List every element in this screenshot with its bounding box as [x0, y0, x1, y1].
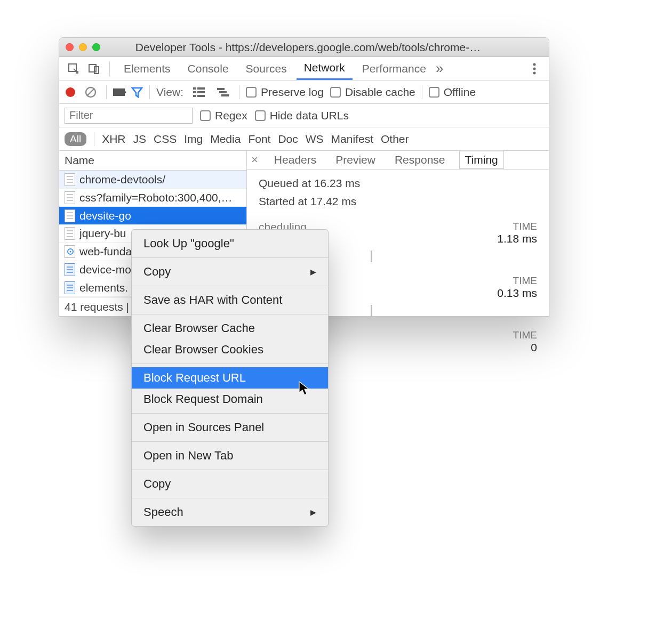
filter-bar: Regex Hide data URLs: [59, 104, 549, 127]
capture-screenshots-icon[interactable]: [113, 88, 125, 96]
window-title: Developer Tools - https://developers.goo…: [106, 41, 542, 54]
regex-checkbox[interactable]: Regex: [200, 109, 247, 122]
context-menu: Look Up "google" Copy Save as HAR with C…: [131, 229, 329, 527]
svg-rect-1: [89, 64, 96, 72]
traffic-lights: [66, 43, 100, 51]
doc-icon: [65, 227, 75, 240]
request-row[interactable]: chrome-devtools/: [59, 171, 246, 189]
separator: [132, 413, 328, 414]
separator: [94, 132, 94, 146]
detail-tab-response[interactable]: Response: [389, 151, 451, 168]
image-icon: [65, 281, 75, 294]
tab-performance[interactable]: Performance: [355, 57, 434, 80]
svg-point-18: [70, 251, 71, 253]
type-ws[interactable]: WS: [306, 133, 324, 146]
separator: [132, 257, 328, 258]
svg-point-5: [533, 71, 536, 74]
type-media[interactable]: Media: [210, 133, 241, 146]
doc-icon: [65, 173, 75, 186]
detail-tabs: × Headers Preview Response Timing: [247, 151, 549, 169]
separator: [239, 85, 239, 99]
disable-cache-checkbox[interactable]: Disable cache: [330, 86, 415, 99]
close-detail-icon[interactable]: ×: [251, 153, 258, 167]
detail-tab-headers[interactable]: Headers: [269, 151, 322, 168]
separator: [422, 85, 422, 99]
network-toolbar: View: Preserve log Disable cache Offline: [59, 80, 549, 104]
hide-data-urls-checkbox[interactable]: Hide data URLs: [255, 109, 349, 122]
separator: [109, 61, 110, 76]
ctx-copy-submenu[interactable]: Copy: [132, 261, 328, 282]
record-button[interactable]: [66, 87, 75, 97]
separator: [149, 85, 150, 99]
separator: [132, 364, 328, 364]
offline-checkbox[interactable]: Offline: [429, 86, 476, 99]
doc-icon: [65, 209, 75, 222]
inspect-element-icon[interactable]: [65, 60, 83, 78]
gear-icon: [65, 245, 75, 258]
zoom-window-button[interactable]: [92, 43, 100, 51]
ctx-save-har[interactable]: Save as HAR with Content: [132, 289, 328, 311]
waterfall-overview-icon[interactable]: [214, 83, 233, 101]
preserve-log-checkbox[interactable]: Preserve log: [246, 86, 324, 99]
more-tabs-icon[interactable]: »: [436, 60, 443, 77]
filter-input[interactable]: [65, 108, 193, 124]
svg-rect-16: [221, 94, 229, 96]
separator: [106, 85, 107, 99]
type-manifest[interactable]: Manifest: [331, 133, 373, 146]
type-css[interactable]: CSS: [154, 133, 177, 146]
minimize-window-button[interactable]: [79, 43, 87, 51]
svg-rect-10: [193, 91, 196, 93]
queued-at: Queued at 16.23 ms: [259, 177, 537, 190]
ctx-clear-cookies[interactable]: Clear Browser Cookies: [132, 339, 328, 360]
ctx-lookup[interactable]: Look Up "google": [132, 233, 328, 254]
type-xhr[interactable]: XHR: [102, 133, 125, 146]
svg-point-3: [533, 63, 536, 66]
svg-rect-15: [219, 91, 227, 93]
tab-elements[interactable]: Elements: [116, 57, 178, 80]
large-rows-icon[interactable]: [190, 83, 208, 101]
request-row-selected[interactable]: devsite-go: [59, 207, 246, 225]
svg-rect-8: [193, 87, 196, 90]
detail-tab-preview[interactable]: Preview: [330, 151, 381, 168]
separator: [132, 441, 328, 442]
cursor-icon: [299, 381, 310, 396]
type-other[interactable]: Other: [381, 133, 409, 146]
type-font[interactable]: Font: [248, 133, 270, 146]
ctx-speech-submenu[interactable]: Speech: [132, 502, 328, 523]
doc-icon: [65, 191, 75, 204]
type-img[interactable]: Img: [184, 133, 203, 146]
svg-rect-13: [197, 95, 205, 97]
svg-line-7: [87, 88, 94, 96]
separator: [132, 498, 328, 498]
filter-toggle-icon[interactable]: [131, 86, 143, 98]
detail-tab-timing[interactable]: Timing: [459, 151, 504, 169]
request-row[interactable]: css?family=Roboto:300,400,…: [59, 189, 246, 207]
tab-console[interactable]: Console: [180, 57, 236, 80]
ctx-clear-cache[interactable]: Clear Browser Cache: [132, 318, 328, 339]
tab-sources[interactable]: Sources: [238, 57, 294, 80]
image-icon: [65, 263, 75, 276]
type-all[interactable]: All: [65, 132, 86, 146]
separator: [132, 286, 328, 286]
ctx-open-sources[interactable]: Open in Sources Panel: [132, 417, 328, 438]
clear-icon[interactable]: [82, 83, 100, 101]
close-window-button[interactable]: [66, 43, 74, 51]
panel-tabbar: Elements Console Sources Network Perform…: [59, 57, 549, 80]
type-doc[interactable]: Doc: [278, 133, 298, 146]
separator: [132, 314, 328, 314]
ctx-copy[interactable]: Copy: [132, 473, 328, 495]
settings-kebab-icon[interactable]: [525, 60, 543, 78]
svg-rect-12: [193, 95, 196, 97]
ctx-open-tab[interactable]: Open in New Tab: [132, 445, 328, 466]
svg-rect-11: [197, 91, 205, 93]
tab-network[interactable]: Network: [297, 57, 353, 80]
request-type-bar: All XHR JS CSS Img Media Font Doc WS Man…: [59, 127, 549, 151]
svg-rect-9: [197, 87, 205, 90]
name-column-header[interactable]: Name: [59, 151, 246, 171]
svg-point-4: [533, 67, 536, 70]
started-at: Started at 17.42 ms: [259, 195, 537, 208]
device-toolbar-icon[interactable]: [85, 60, 103, 78]
titlebar[interactable]: Developer Tools - https://developers.goo…: [59, 38, 549, 57]
view-label: View:: [156, 86, 183, 99]
type-js[interactable]: JS: [133, 133, 146, 146]
